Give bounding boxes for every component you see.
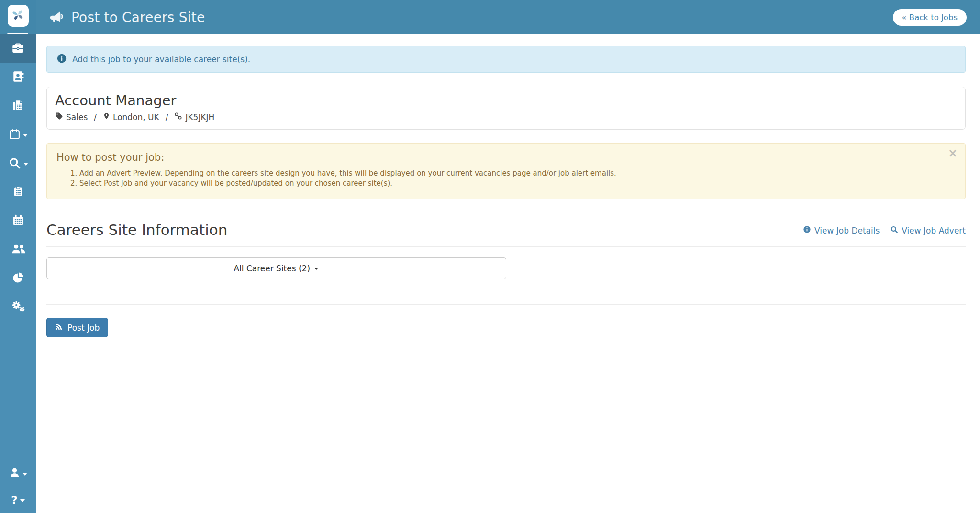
users-icon [11,243,25,257]
main-content: Add this job to your available career si… [36,34,980,513]
how-to-step: Select Post Job and your vacancy will be… [79,178,956,189]
user-icon [9,467,20,480]
search-icon [890,225,898,235]
page-header: Post to Careers Site « Back to Jobs [36,0,980,34]
sidebar-item-help[interactable]: ? [0,487,36,513]
careers-section-links: View Job Details View Job Advert [803,225,966,238]
view-job-details-label: View Job Details [814,226,880,235]
logo-area [0,0,36,34]
how-to-heading: How to post your job: [56,152,956,163]
page-title: Post to Careers Site [71,10,205,25]
job-title: Account Manager [55,92,957,109]
job-summary-card: Account Manager Sales / London, UK [46,87,966,130]
map-marker-icon [103,112,110,122]
job-reference: JK5JKJH [174,112,214,122]
sidebar-item-fax[interactable] [0,92,36,121]
job-location: London, UK [103,112,159,122]
view-job-advert-label: View Job Advert [902,226,966,235]
divider [46,246,966,247]
chevron-down-icon [23,134,28,137]
sidebar-item-schedule[interactable] [0,207,36,235]
caret-down-icon [314,268,319,270]
sidebar-bottom: ? [0,457,36,513]
search-icon [8,156,21,171]
fax-icon [12,99,24,113]
careers-section-title: Careers Site Information [46,221,227,238]
careers-section-header: Careers Site Information View Job Detail… [46,221,966,238]
butterfly-logo-icon [11,8,25,24]
post-job-button[interactable]: Post Job [46,318,108,337]
sidebar-item-account[interactable] [0,460,36,487]
sidebar-divider [8,457,28,457]
briefcase-icon [11,42,24,56]
career-sites-dropdown-label: All Career Sites (2) [234,264,310,273]
logo-active-underline [7,33,28,34]
view-job-advert-link[interactable]: View Job Advert [890,225,966,235]
sidebar-item-tasks[interactable] [0,178,36,207]
bullhorn-icon [49,10,63,25]
view-job-details-link[interactable]: View Job Details [803,225,880,235]
info-banner-text: Add this job to your available career si… [72,55,250,64]
job-department: Sales [55,112,88,122]
cogs-icon [11,300,25,314]
sidebar-item-candidates[interactable] [0,63,36,92]
sidebar-item-users[interactable] [0,235,36,264]
meta-separator: / [164,112,170,122]
sidebar: ? [0,0,36,513]
meta-separator: / [92,112,98,122]
post-job-label: Post Job [67,323,100,333]
how-to-step: Add an Advert Preview. Depending on the … [79,168,956,178]
sidebar-item-reports[interactable] [0,264,36,293]
job-meta: Sales / London, UK / [55,112,957,122]
app-logo[interactable] [8,5,29,27]
divider [46,304,966,305]
career-sites-dropdown[interactable]: All Career Sites (2) [46,257,506,279]
chevron-down-icon [22,473,27,476]
info-circle-icon [56,53,72,66]
sidebar-item-search-menu[interactable] [0,149,36,178]
calendar-outline-icon [9,128,21,142]
calendar-filled-icon [12,214,24,228]
back-to-jobs-button[interactable]: « Back to Jobs [893,9,967,26]
chevron-down-icon [20,499,25,502]
link-icon [174,112,182,122]
sidebar-item-settings[interactable] [0,293,36,322]
job-reference-label: JK5JKJH [185,112,214,122]
how-to-steps: Add an Advert Preview. Depending on the … [56,168,956,189]
tag-icon [55,112,63,122]
address-book-icon [12,70,24,85]
info-circle-icon [803,225,811,235]
sidebar-item-calendar-menu[interactable] [0,121,36,149]
clipboard-icon [12,185,24,200]
info-banner: Add this job to your available career si… [46,46,966,73]
rss-icon [55,323,63,333]
question-mark-icon: ? [11,494,17,506]
job-location-label: London, UK [113,112,159,122]
close-icon[interactable]: × [948,147,958,159]
sidebar-item-jobs[interactable] [0,34,36,63]
job-department-label: Sales [66,112,88,122]
chevron-down-icon [23,163,28,166]
pie-chart-icon [12,271,24,286]
how-to-alert: × How to post your job: Add an Advert Pr… [46,143,966,199]
